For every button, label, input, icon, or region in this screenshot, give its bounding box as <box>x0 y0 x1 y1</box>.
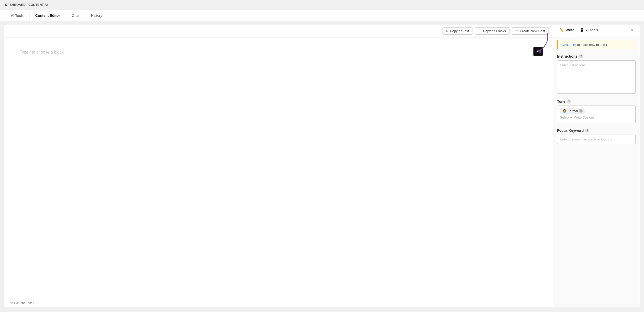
copy-blocks-label: Copy as Blocks <box>483 29 506 33</box>
right-panel-tab-write[interactable]: ✏️ Write <box>557 24 577 36</box>
editor-footer: RM Content Editor <box>4 299 553 307</box>
copy-blocks-icon: ⊞ <box>479 29 481 33</box>
focus-keyword-label: Focus Keyword ? <box>557 128 636 133</box>
focus-keyword-input[interactable] <box>557 135 636 144</box>
formal-label: Formal <box>568 109 578 113</box>
editor-panel: ⎘ Copy as Text ⊞ Copy as Blocks ⊕ Create… <box>4 24 553 307</box>
editor-content[interactable]: Type / to choose a block + <box>4 38 553 299</box>
create-post-icon: ⊕ <box>516 29 518 33</box>
breadcrumb-current: CONTENT AI <box>29 3 48 7</box>
close-button[interactable]: × <box>629 27 636 34</box>
info-box: Click here to learn how to use it. <box>557 40 636 49</box>
breadcrumb-separator: / <box>26 3 28 7</box>
main-tabs-bar: AI Tools Content Editor Chat History <box>0 10 644 21</box>
remove-formal-tag[interactable]: × <box>579 109 583 113</box>
instructions-label: Instructions ? <box>557 54 636 58</box>
write-tab-label: Write <box>566 28 574 32</box>
editor-outer: ⎘ Copy as Text ⊞ Copy as Blocks ⊕ Create… <box>4 24 640 307</box>
focus-keyword-help-icon[interactable]: ? <box>585 128 589 133</box>
copy-text-icon: ⎘ <box>446 29 448 33</box>
copy-text-label: Copy as Text <box>450 29 469 33</box>
right-panel-tab-ai-tools[interactable]: 📱 AI Tools <box>577 24 601 36</box>
add-block-button[interactable]: + <box>533 47 543 56</box>
breadcrumb: DASHBOARD / CONTENT AI <box>0 0 644 10</box>
tone-label-text: Tone <box>557 99 565 103</box>
ai-tools-tab-label: AI Tools <box>585 28 598 32</box>
create-post-label: Create New Post <box>520 29 545 33</box>
ai-tools-tab-icon: 📱 <box>580 28 584 32</box>
instructions-textarea[interactable] <box>557 60 636 94</box>
tab-history[interactable]: History <box>85 10 108 21</box>
tone-placeholder: Select or Write Custom <box>560 115 633 119</box>
tab-content-editor[interactable]: Content Editor <box>30 10 66 21</box>
info-text: to learn how to use it. <box>577 43 609 47</box>
tab-ai-tools[interactable]: AI Tools <box>5 10 30 21</box>
copy-blocks-button[interactable]: ⊞ Copy as Blocks <box>475 27 510 35</box>
create-post-button[interactable]: ⊕ Create New Post <box>512 27 549 35</box>
info-link[interactable]: Click here <box>561 43 576 47</box>
tone-section: Tone ? 🧑‍💼 Formal × Select or Write Cust… <box>557 99 636 123</box>
copy-text-button[interactable]: ⎘ Copy as Text <box>442 27 473 35</box>
editor-placeholder: Type / to choose a block <box>20 50 64 55</box>
tone-help-icon[interactable]: ? <box>567 99 571 103</box>
focus-keyword-section: Focus Keyword ? <box>557 128 636 144</box>
breadcrumb-root[interactable]: DASHBOARD <box>5 3 26 7</box>
tone-tag-formal: 🧑‍💼 Formal × <box>560 108 585 114</box>
tone-label: Tone ? <box>557 99 636 103</box>
tab-chat[interactable]: Chat <box>66 10 85 21</box>
editor-footer-label: RM Content Editor <box>8 301 34 305</box>
formal-emoji: 🧑‍💼 <box>562 109 567 113</box>
instructions-label-text: Instructions <box>557 54 578 58</box>
right-panel: ✏️ Write 📱 AI Tools × Click here to lear… <box>553 24 640 307</box>
tone-box[interactable]: 🧑‍💼 Formal × Select or Write Custom <box>557 106 636 123</box>
write-tab-icon: ✏️ <box>560 28 564 32</box>
main-wrapper: ⎘ Copy as Text ⊞ Copy as Blocks ⊕ Create… <box>0 21 644 310</box>
focus-keyword-label-text: Focus Keyword <box>557 128 584 133</box>
right-panel-tabs: ✏️ Write 📱 AI Tools × <box>553 24 640 36</box>
instructions-section: Instructions ? <box>557 54 636 94</box>
right-panel-body: Click here to learn how to use it. Instr… <box>553 36 640 307</box>
editor-toolbar: ⎘ Copy as Text ⊞ Copy as Blocks ⊕ Create… <box>4 24 553 38</box>
instructions-help-icon[interactable]: ? <box>579 54 583 58</box>
